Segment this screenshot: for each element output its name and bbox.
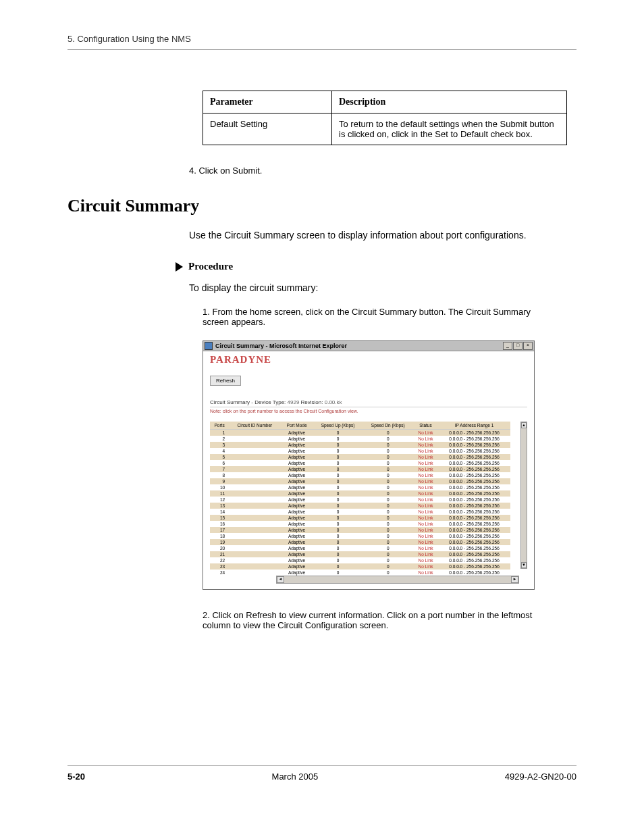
table-row: 20Adaptive00No Link0.0.0.0 - 256.256.256… xyxy=(210,545,510,551)
port-mode: Adaptive xyxy=(281,490,313,497)
column-header: Circuit ID Number xyxy=(229,422,281,430)
scroll-up-icon[interactable]: ▲ xyxy=(521,422,527,428)
port-mode: Adaptive xyxy=(281,545,313,551)
port-link[interactable]: 7 xyxy=(210,466,229,472)
table-row: 17Adaptive00No Link0.0.0.0 - 256.256.256… xyxy=(210,527,510,533)
port-link[interactable]: 13 xyxy=(210,503,229,509)
ip-range: 0.0.0.0 - 256.256.256.256 xyxy=(438,436,510,442)
ip-range: 0.0.0.0 - 256.256.256.256 xyxy=(438,497,510,503)
status: No Link xyxy=(413,533,438,539)
speed-dn: 0 xyxy=(363,503,413,509)
window-title: Circuit Summary - Microsoft Internet Exp… xyxy=(215,343,347,349)
speed-dn: 0 xyxy=(363,466,413,472)
status: No Link xyxy=(413,563,438,570)
speed-up: 0 xyxy=(313,563,363,570)
status: No Link xyxy=(413,503,438,509)
port-link[interactable]: 24 xyxy=(210,570,229,576)
minimize-button[interactable]: _ xyxy=(503,342,512,350)
speed-up: 0 xyxy=(313,460,363,466)
ip-range: 0.0.0.0 - 256.256.256.256 xyxy=(438,478,510,484)
ip-range: 0.0.0.0 - 256.256.256.256 xyxy=(438,515,510,521)
vertical-scrollbar[interactable]: ▲ ▼ xyxy=(520,422,527,569)
circuit-id xyxy=(229,497,281,503)
port-link[interactable]: 18 xyxy=(210,533,229,539)
scroll-left-icon[interactable]: ◄ xyxy=(277,576,284,583)
ip-range: 0.0.0.0 - 256.256.256.256 xyxy=(438,460,510,466)
ip-range: 0.0.0.0 - 256.256.256.256 xyxy=(438,472,510,478)
step-4: 4. Click on Submit. xyxy=(189,166,576,176)
port-link[interactable]: 3 xyxy=(210,442,229,448)
title-bar: Circuit Summary - Microsoft Internet Exp… xyxy=(203,341,534,351)
port-mode: Adaptive xyxy=(281,539,313,545)
step-1: 1. From the home screen, click on the Ci… xyxy=(203,307,549,327)
port-link[interactable]: 16 xyxy=(210,521,229,527)
circuit-id xyxy=(229,436,281,442)
port-link[interactable]: 2 xyxy=(210,436,229,442)
circuit-id xyxy=(229,533,281,539)
status: No Link xyxy=(413,497,438,503)
port-link[interactable]: 6 xyxy=(210,460,229,466)
circuit-id xyxy=(229,509,281,515)
port-link[interactable]: 4 xyxy=(210,448,229,454)
port-link[interactable]: 12 xyxy=(210,497,229,503)
port-mode: Adaptive xyxy=(281,448,313,454)
port-link[interactable]: 8 xyxy=(210,472,229,478)
port-link[interactable]: 19 xyxy=(210,539,229,545)
ip-range: 0.0.0.0 - 256.256.256.256 xyxy=(438,484,510,490)
speed-up: 0 xyxy=(313,521,363,527)
speed-dn: 0 xyxy=(363,527,413,533)
status: No Link xyxy=(413,442,438,448)
port-mode: Adaptive xyxy=(281,442,313,448)
table-row: 5Adaptive00No Link0.0.0.0 - 256.256.256.… xyxy=(210,454,510,460)
note-text: Note: click on the port number to access… xyxy=(210,407,527,413)
scroll-right-icon[interactable]: ► xyxy=(511,576,518,583)
speed-up: 0 xyxy=(313,551,363,557)
speed-dn: 0 xyxy=(363,484,413,490)
circuit-id xyxy=(229,460,281,466)
circuit-id xyxy=(229,521,281,527)
close-button[interactable]: × xyxy=(523,342,533,350)
port-link[interactable]: 9 xyxy=(210,478,229,484)
port-link[interactable]: 23 xyxy=(210,563,229,570)
refresh-button[interactable]: Refresh xyxy=(210,376,241,386)
port-mode: Adaptive xyxy=(281,509,313,515)
table-row: 24Adaptive00No Link0.0.0.0 - 256.256.256… xyxy=(210,570,510,576)
horizontal-scrollbar[interactable]: ◄ ► xyxy=(276,576,519,584)
speed-dn: 0 xyxy=(363,539,413,545)
table-row: 11Adaptive00No Link0.0.0.0 - 256.256.256… xyxy=(210,490,510,497)
speed-up: 0 xyxy=(313,527,363,533)
speed-dn: 0 xyxy=(363,442,413,448)
circuit-id xyxy=(229,490,281,497)
brand-logo: PARADYNE xyxy=(210,354,527,365)
column-header: Port Mode xyxy=(281,422,313,430)
speed-dn: 0 xyxy=(363,545,413,551)
port-mode: Adaptive xyxy=(281,472,313,478)
port-link[interactable]: 17 xyxy=(210,527,229,533)
port-link[interactable]: 14 xyxy=(210,509,229,515)
port-link[interactable]: 20 xyxy=(210,545,229,551)
port-link[interactable]: 11 xyxy=(210,490,229,497)
status: No Link xyxy=(413,527,438,533)
port-link[interactable]: 22 xyxy=(210,557,229,563)
port-link[interactable]: 15 xyxy=(210,515,229,521)
status: No Link xyxy=(413,551,438,557)
circuit-id xyxy=(229,539,281,545)
maximize-button[interactable]: □ xyxy=(513,342,522,350)
speed-up: 0 xyxy=(313,436,363,442)
ip-range: 0.0.0.0 - 256.256.256.256 xyxy=(438,521,510,527)
table-row: 3Adaptive00No Link0.0.0.0 - 256.256.256.… xyxy=(210,442,510,448)
ip-range: 0.0.0.0 - 256.256.256.256 xyxy=(438,509,510,515)
port-link[interactable]: 5 xyxy=(210,454,229,460)
scroll-down-icon[interactable]: ▼ xyxy=(521,562,527,568)
step-2: 2. Click on Refresh to view current info… xyxy=(203,610,549,630)
port-link[interactable]: 10 xyxy=(210,484,229,490)
desc-cell: To return to the default settings when t… xyxy=(332,113,567,145)
table-row: 12Adaptive00No Link0.0.0.0 - 256.256.256… xyxy=(210,497,510,503)
port-mode: Adaptive xyxy=(281,570,313,576)
speed-up: 0 xyxy=(313,466,363,472)
port-link[interactable]: 1 xyxy=(210,430,229,436)
ip-range: 0.0.0.0 - 256.256.256.256 xyxy=(438,430,510,436)
port-link[interactable]: 21 xyxy=(210,551,229,557)
circuit-id xyxy=(229,430,281,436)
circuit-id xyxy=(229,454,281,460)
